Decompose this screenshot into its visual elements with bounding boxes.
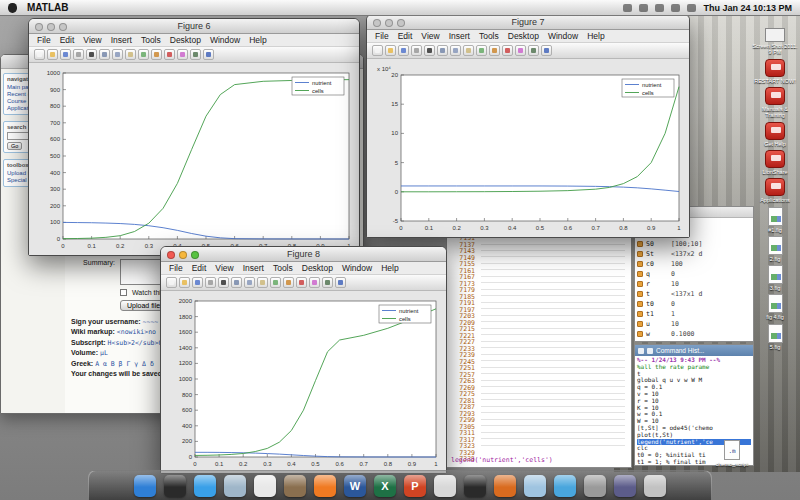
dock-panel-icon[interactable] — [647, 348, 653, 354]
data-cursor-icon[interactable] — [151, 49, 162, 60]
zoom-in-icon[interactable] — [437, 45, 448, 56]
open-file-icon[interactable] — [179, 277, 190, 288]
rotate-3d-icon[interactable] — [476, 45, 487, 56]
insert-colorbar-icon[interactable] — [515, 45, 526, 56]
brush-data-icon[interactable] — [164, 49, 175, 60]
menu-help[interactable]: Help — [587, 31, 604, 41]
pan-icon[interactable] — [463, 45, 474, 56]
edit-plot-icon[interactable] — [218, 277, 229, 288]
wifi-icon[interactable] — [655, 4, 664, 12]
desktop-icon-screenshot-file[interactable]: Screen Shot 2011. 9 PM — [751, 28, 799, 56]
insert-legend-icon[interactable] — [528, 45, 539, 56]
dock-figure-icon[interactable] — [335, 277, 346, 288]
dock-figure-icon[interactable] — [203, 49, 214, 60]
figure-7-titlebar[interactable]: Figure 7 — [367, 15, 689, 30]
dock-icon-x11[interactable] — [434, 475, 456, 497]
dock-icon-dashboard[interactable] — [164, 475, 186, 497]
menu-window[interactable]: Window — [210, 35, 240, 45]
dock-icon-powerpoint[interactable]: P — [404, 475, 426, 497]
workspace-variable-row[interactable]: t11 — [637, 309, 751, 319]
bluetooth-icon[interactable] — [639, 4, 648, 12]
menu-file[interactable]: File — [169, 263, 183, 273]
menu-edit[interactable]: Edit — [398, 31, 413, 41]
desktop-icon-fig-3[interactable]: 3.fig — [751, 265, 799, 291]
print-figure-icon[interactable] — [411, 45, 422, 56]
menu-view[interactable]: View — [215, 263, 233, 273]
workspace-variable-row[interactable]: t00 — [637, 299, 751, 309]
menu-view[interactable]: View — [83, 35, 101, 45]
dock-icon-address-book[interactable] — [284, 475, 306, 497]
insert-legend-icon[interactable] — [190, 49, 201, 60]
figure-6-plot[interactable]: 00.10.20.30.40.50.60.70.80.9101002003004… — [29, 63, 359, 255]
search-go-button[interactable]: Go — [7, 142, 22, 150]
dock-icon-system-preferences[interactable] — [584, 475, 606, 497]
menu-edit[interactable]: Edit — [60, 35, 75, 45]
menu-desktop[interactable]: Desktop — [302, 263, 333, 273]
insert-colorbar-icon[interactable] — [309, 277, 320, 288]
dock-icon-safari[interactable] — [194, 475, 216, 497]
menu-desktop[interactable]: Desktop — [508, 31, 539, 41]
new-figure-icon[interactable] — [372, 45, 383, 56]
menu-desktop[interactable]: Desktop — [170, 35, 201, 45]
desktop-icon-fig-5[interactable]: 5.fig — [751, 324, 799, 350]
command-history-line[interactable]: %all the rate parame — [637, 364, 751, 371]
menu-window[interactable]: Window — [548, 31, 578, 41]
zoom-out-icon[interactable] — [244, 277, 255, 288]
edit-plot-icon[interactable] — [424, 45, 435, 56]
zoom-in-icon[interactable] — [231, 277, 242, 288]
dock-icon-preview[interactable] — [524, 475, 546, 497]
figure-6-titlebar[interactable]: Figure 6 — [29, 19, 359, 34]
workspace-variable-row[interactable]: w0.1000 — [637, 329, 751, 339]
save-figure-icon[interactable] — [398, 45, 409, 56]
battery-icon[interactable] — [687, 4, 696, 12]
desktop-icon-fig-4[interactable]: fig 4.fig — [751, 294, 799, 320]
rotate-3d-icon[interactable] — [270, 277, 281, 288]
pan-icon[interactable] — [125, 49, 136, 60]
menu-insert[interactable]: Insert — [243, 263, 264, 273]
desktop-icon-manuals-training[interactable]: Manuals & Training — [751, 87, 799, 119]
dock-figure-icon[interactable] — [541, 45, 552, 56]
menu-insert[interactable]: Insert — [111, 35, 132, 45]
watch-checkbox[interactable] — [120, 289, 127, 296]
rotate-3d-icon[interactable] — [138, 49, 149, 60]
dock-icon-ical[interactable] — [254, 475, 276, 497]
dock-icon-photo-booth[interactable] — [614, 475, 636, 497]
workspace-variable-row[interactable]: u10 — [637, 319, 751, 329]
menu-tools[interactable]: Tools — [479, 31, 499, 41]
pan-icon[interactable] — [257, 277, 268, 288]
save-figure-icon[interactable] — [60, 49, 71, 60]
menu-window[interactable]: Window — [342, 263, 372, 273]
data-cursor-icon[interactable] — [283, 277, 294, 288]
menu-help[interactable]: Help — [249, 35, 266, 45]
menu-file[interactable]: File — [375, 31, 389, 41]
desktop-icon-restart-now[interactable]: RESTART NOW! — [751, 59, 799, 84]
save-figure-icon[interactable] — [192, 277, 203, 288]
workspace-variable-row[interactable]: c0100 — [637, 259, 751, 269]
insert-colorbar-icon[interactable] — [177, 49, 188, 60]
desktop-icon-fig-1[interactable]: #1.fig — [751, 207, 799, 233]
print-figure-icon[interactable] — [205, 277, 216, 288]
menu-tools[interactable]: Tools — [141, 35, 161, 45]
dock-icon-finder[interactable] — [134, 475, 156, 497]
desktop-icon-applications[interactable]: Applications — [751, 178, 799, 203]
figure-8-titlebar[interactable]: Figure 8 — [161, 247, 446, 262]
figure-7-plot[interactable]: 00.10.20.30.40.50.60.70.80.91-505101520x… — [367, 59, 689, 237]
new-figure-icon[interactable] — [34, 49, 45, 60]
volume-icon[interactable] — [671, 4, 680, 12]
menu-insert[interactable]: Insert — [449, 31, 470, 41]
menu-tools[interactable]: Tools — [273, 263, 293, 273]
workspace-variable-row[interactable]: S0[100;10] — [637, 239, 751, 249]
workspace-variable-row[interactable]: t<137x1 d — [637, 289, 751, 299]
desktop-icon-fig-2[interactable]: 2.fig — [751, 236, 799, 262]
menu-view[interactable]: View — [421, 31, 439, 41]
zoom-out-icon[interactable] — [112, 49, 123, 60]
dock-icon-mail[interactable] — [224, 475, 246, 497]
edit-plot-icon[interactable] — [86, 49, 97, 60]
insert-legend-icon[interactable] — [322, 277, 333, 288]
active-app-name[interactable]: MATLAB — [27, 2, 68, 13]
dock-icon-terminal[interactable] — [464, 475, 486, 497]
display-icon[interactable] — [623, 4, 632, 12]
open-file-icon[interactable] — [385, 45, 396, 56]
data-cursor-icon[interactable] — [489, 45, 500, 56]
new-figure-icon[interactable] — [166, 277, 177, 288]
